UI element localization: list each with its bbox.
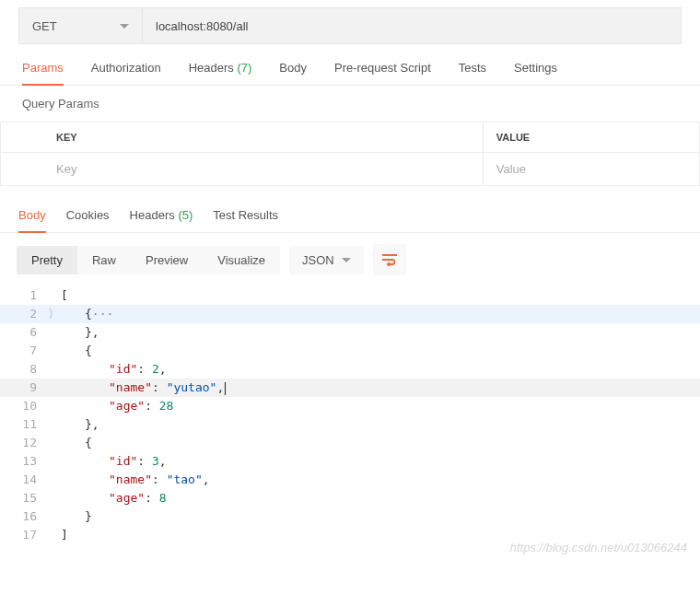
line-number: 10 <box>0 397 44 415</box>
text-cursor <box>225 382 226 395</box>
tab-headers[interactable]: Headers (7) <box>189 61 252 85</box>
line-number: 13 <box>0 452 44 471</box>
line-number: 17 <box>0 526 44 544</box>
code-line: 10 "age": 28 <box>0 397 700 415</box>
response-body-viewer[interactable]: 1 [ 2 〉 {··· 6 }, 7 { 8 "id": 2, 9 "name… <box>0 286 700 563</box>
code-line-active: 9 "name": "yutao", <box>0 379 700 397</box>
tab-params[interactable]: Params <box>22 61 64 86</box>
code-line: 12 { <box>0 434 700 452</box>
line-number: 1 <box>0 286 44 305</box>
code-line: 15 "age": 8 <box>0 489 700 507</box>
http-method-value: GET <box>32 19 57 33</box>
fold-toggle[interactable]: 〉 <box>44 305 61 323</box>
tab-headers-label: Headers <box>189 61 234 75</box>
url-text: localhost:8080/all <box>156 19 248 33</box>
ellipsis-icon: ··· <box>92 307 113 320</box>
resp-headers-label: Headers <box>130 208 175 222</box>
code-line: 14 "name": "tao", <box>0 471 700 489</box>
chevron-down-icon <box>120 24 129 29</box>
param-row: Key Value <box>1 153 700 186</box>
tab-prerequest[interactable]: Pre-request Script <box>334 61 431 85</box>
tab-authorization[interactable]: Authorization <box>91 61 161 85</box>
code-line-folded: 2 〉 {··· <box>0 305 700 323</box>
line-number: 16 <box>0 507 44 526</box>
code-line: 6 }, <box>0 323 700 342</box>
value-input[interactable]: Value <box>483 153 699 186</box>
resp-tab-test-results[interactable]: Test Results <box>213 208 278 232</box>
line-number: 12 <box>0 434 44 452</box>
line-number: 7 <box>0 342 44 360</box>
tab-body[interactable]: Body <box>279 61 307 85</box>
code-line: 7 { <box>0 342 700 360</box>
chevron-down-icon <box>342 258 351 262</box>
view-raw[interactable]: Raw <box>77 246 131 274</box>
line-number: 2 <box>0 305 44 323</box>
resp-headers-count: (5) <box>178 208 192 222</box>
resp-tab-headers[interactable]: Headers (5) <box>130 208 193 232</box>
view-visualize[interactable]: Visualize <box>203 246 280 274</box>
url-input[interactable]: localhost:8080/all <box>143 7 682 44</box>
line-number: 8 <box>0 360 44 379</box>
line-number: 6 <box>0 323 44 342</box>
tab-settings[interactable]: Settings <box>514 61 557 85</box>
format-select[interactable]: JSON <box>289 246 364 274</box>
col-key: KEY <box>1 122 484 153</box>
code-line: 1 [ <box>0 286 700 305</box>
view-mode-bar: Pretty Raw Preview Visualize JSON <box>0 233 700 286</box>
query-params-table: KEY VALUE Key Value <box>0 122 700 186</box>
line-number: 9 <box>0 379 44 397</box>
request-bar: GET localhost:8080/all <box>18 7 682 44</box>
tab-tests[interactable]: Tests <box>459 61 486 85</box>
resp-tab-cookies[interactable]: Cookies <box>66 208 110 232</box>
query-params-heading: Query Params <box>0 86 700 122</box>
chevron-right-icon: 〉 <box>48 305 56 323</box>
code-line: 13 "id": 3, <box>0 452 700 471</box>
headers-count: (7) <box>237 61 251 75</box>
wrap-lines-button[interactable] <box>373 244 406 275</box>
view-pretty[interactable]: Pretty <box>17 246 77 274</box>
request-tabs: Params Authorization Headers (7) Body Pr… <box>0 44 700 86</box>
resp-tab-body[interactable]: Body <box>18 208 46 233</box>
code-line: 11 }, <box>0 415 700 434</box>
col-value: VALUE <box>483 122 699 153</box>
view-mode-group: Pretty Raw Preview Visualize <box>17 246 280 274</box>
code-line: 16 } <box>0 507 700 526</box>
response-tabs: Body Cookies Headers (5) Test Results <box>0 186 700 233</box>
wrap-icon <box>381 253 398 266</box>
format-value: JSON <box>302 253 334 267</box>
key-input[interactable]: Key <box>1 153 484 186</box>
line-number: 14 <box>0 471 44 489</box>
view-preview[interactable]: Preview <box>131 246 203 274</box>
code-line: 8 "id": 2, <box>0 360 700 379</box>
line-number: 11 <box>0 415 44 434</box>
watermark-text: https://blog.csdn.net/u013066244 <box>510 541 687 554</box>
line-number: 15 <box>0 489 44 507</box>
http-method-select[interactable]: GET <box>18 7 143 44</box>
